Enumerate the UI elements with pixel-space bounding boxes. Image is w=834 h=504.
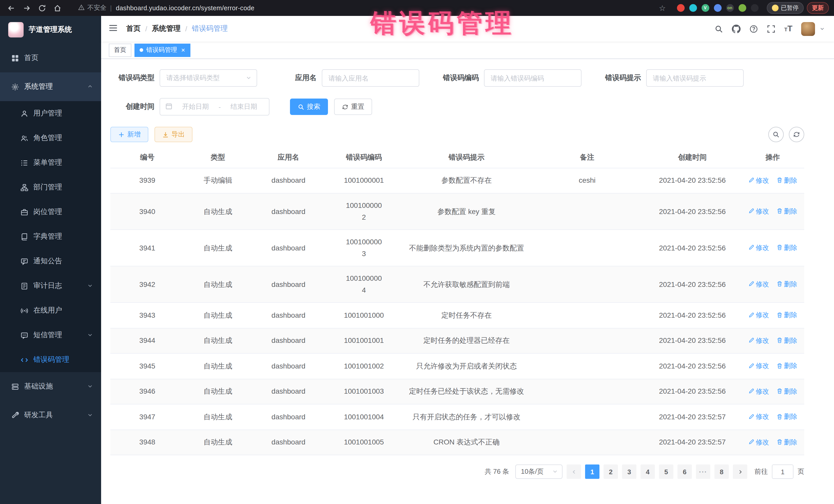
breadcrumb: 首页 / 系统管理 / 错误码管理 xyxy=(126,24,228,34)
breadcrumb-separator: / xyxy=(185,25,187,33)
sidebar-item-7[interactable]: 字典管理 xyxy=(0,224,101,249)
error-code-input[interactable] xyxy=(484,70,581,86)
delete-link[interactable]: 删除 xyxy=(776,334,797,346)
caret-down-icon[interactable] xyxy=(820,24,825,34)
goto-page-input[interactable] xyxy=(772,464,793,479)
delete-link[interactable]: 删除 xyxy=(776,436,797,448)
update-button[interactable]: 更新 xyxy=(807,2,829,14)
tab-error-code[interactable]: 错误码管理 × xyxy=(134,43,190,57)
cell-time: 2021-04-20 23:52:56 xyxy=(643,303,741,328)
refresh-icon[interactable] xyxy=(789,127,804,142)
sidebar-item-12[interactable]: 错误码管理 xyxy=(0,348,101,372)
font-size-icon[interactable]: TT xyxy=(784,24,792,34)
address-bar[interactable]: 不安全 | dashboard.yudao.iocoder.cn/system/… xyxy=(78,4,255,12)
sidebar-item-label: 角色管理 xyxy=(34,133,62,143)
picker-extension-icon[interactable] xyxy=(689,4,697,12)
edit-link[interactable]: 修改 xyxy=(748,278,769,290)
page-button-2[interactable]: 2 xyxy=(603,464,618,479)
page-size-select[interactable]: 10条/页 xyxy=(515,464,563,479)
page-button-8[interactable]: 8 xyxy=(715,464,729,479)
edit-link[interactable]: 修改 xyxy=(748,309,769,321)
logo[interactable]: 芋道管理系统 xyxy=(0,16,101,44)
record-extension-icon[interactable] xyxy=(677,4,684,12)
add-button[interactable]: 新增 xyxy=(110,127,148,142)
edit-link[interactable]: 修改 xyxy=(748,205,769,217)
fullscreen-icon[interactable] xyxy=(767,24,775,33)
back-icon[interactable] xyxy=(5,2,18,14)
cell-app: dashboard xyxy=(251,430,325,455)
delete-link[interactable]: 删除 xyxy=(776,174,797,186)
breadcrumb-system[interactable]: 系统管理 xyxy=(152,24,181,34)
error-hint-input[interactable] xyxy=(647,70,743,86)
tab-home[interactable]: 首页 xyxy=(109,43,131,57)
cell-type: 自动生成 xyxy=(184,303,251,328)
sidebar-item-14[interactable]: 研发工具 xyxy=(0,401,101,430)
sidebar-item-1[interactable]: 系统管理 xyxy=(0,72,101,101)
forward-icon[interactable] xyxy=(21,2,33,14)
sidebar-item-9[interactable]: 审计日志 xyxy=(0,273,101,298)
home-icon[interactable] xyxy=(51,2,64,14)
close-icon[interactable]: × xyxy=(181,47,185,53)
page-ellipsis[interactable]: ··· xyxy=(696,464,710,479)
next-page-button[interactable] xyxy=(733,464,747,479)
edit-link[interactable]: 修改 xyxy=(748,174,769,186)
edit-link[interactable]: 修改 xyxy=(748,411,769,422)
sidebar-item-10[interactable]: 在线用户 xyxy=(0,298,101,323)
bookmark-star-icon[interactable]: ☆ xyxy=(656,2,668,14)
reset-button[interactable]: 重置 xyxy=(334,98,372,115)
sidebar-item-3[interactable]: 角色管理 xyxy=(0,126,101,150)
page-button-6[interactable]: 6 xyxy=(678,464,692,479)
page-button-4[interactable]: 4 xyxy=(640,464,655,479)
dashboard-icon xyxy=(11,54,19,62)
puzzle-extension-icon[interactable] xyxy=(751,4,758,12)
toggle-search-icon[interactable] xyxy=(768,127,784,142)
github-icon[interactable] xyxy=(732,24,741,33)
app-name-input[interactable] xyxy=(322,70,419,86)
delete-link[interactable]: 删除 xyxy=(776,309,797,321)
delete-link[interactable]: 删除 xyxy=(776,205,797,217)
date-range-picker[interactable]: 开始日期 - 结束日期 xyxy=(160,98,269,115)
delete-link[interactable]: 删除 xyxy=(776,411,797,422)
edit-link[interactable]: 修改 xyxy=(748,360,769,372)
delete-link[interactable]: 删除 xyxy=(776,385,797,397)
breadcrumb-home[interactable]: 首页 xyxy=(126,24,140,34)
edit xyxy=(748,363,754,369)
sidebar-item-5[interactable]: 部门管理 xyxy=(0,175,101,200)
sidebar-item-13[interactable]: 基础设施 xyxy=(0,372,101,401)
paused-badge[interactable]: 已暂停 xyxy=(767,2,804,14)
leaf-extension-icon[interactable] xyxy=(738,4,746,12)
sidebar-item-0[interactable]: 首页 xyxy=(0,44,101,72)
reload-icon[interactable] xyxy=(36,2,48,14)
search-icon[interactable] xyxy=(715,24,723,33)
cell-time: 2021-04-20 23:52:56 xyxy=(643,230,741,266)
search-button[interactable]: 搜索 xyxy=(290,98,328,115)
sidebar-item-11[interactable]: 短信管理 xyxy=(0,323,101,348)
page-button-1[interactable]: 1 xyxy=(585,464,599,479)
delete-link[interactable]: 删除 xyxy=(776,360,797,372)
hamburger-icon[interactable] xyxy=(108,23,118,35)
edit-link[interactable]: 修改 xyxy=(748,242,769,254)
page-button-5[interactable]: 5 xyxy=(659,464,673,479)
edit-link[interactable]: 修改 xyxy=(748,334,769,346)
export-button[interactable]: 导出 xyxy=(154,127,193,142)
onetab-extension-icon[interactable]: on xyxy=(726,4,734,12)
avatar[interactable] xyxy=(801,22,815,36)
edit-link[interactable]: 修改 xyxy=(748,436,769,448)
edit xyxy=(748,439,754,445)
help-icon[interactable] xyxy=(749,24,758,33)
cell-hint: 定时任务已经处于该状态，无需修改 xyxy=(402,379,531,404)
error-type-select[interactable]: 请选择错误码类型 xyxy=(160,69,257,87)
sidebar-item-2[interactable]: 用户管理 xyxy=(0,101,101,126)
delete-link[interactable]: 删除 xyxy=(776,242,797,254)
chevron-down-icon xyxy=(87,282,93,290)
cell-actions: 修改删除 xyxy=(741,266,804,303)
vue-devtools-extension-icon[interactable]: V xyxy=(701,4,709,12)
edit-link[interactable]: 修改 xyxy=(748,385,769,397)
page-button-3[interactable]: 3 xyxy=(622,464,636,479)
grid-extension-icon[interactable] xyxy=(714,4,721,12)
sidebar-item-8[interactable]: 通知公告 xyxy=(0,249,101,273)
delete-link[interactable]: 删除 xyxy=(776,278,797,290)
sidebar-item-6[interactable]: 岗位管理 xyxy=(0,200,101,224)
sidebar-item-4[interactable]: 菜单管理 xyxy=(0,150,101,175)
prev-page-button[interactable] xyxy=(567,464,581,479)
